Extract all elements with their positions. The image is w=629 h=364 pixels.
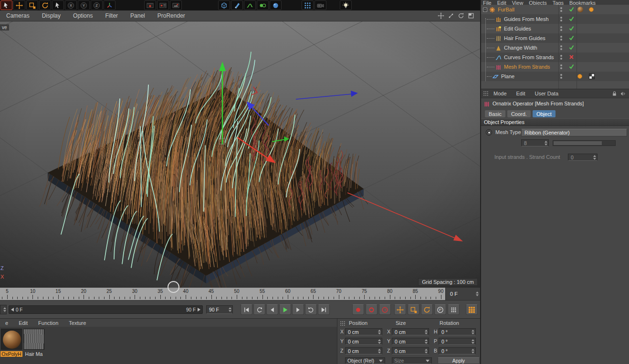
visibility-dots[interactable] <box>560 36 562 38</box>
checker-tag-tag[interactable] <box>589 73 595 79</box>
timeline-ruler[interactable]: 51015202530354045505560657075808590 <box>0 288 445 300</box>
pan-icon[interactable] <box>438 12 444 19</box>
enabled-check-icon[interactable] <box>569 45 574 50</box>
render-to-picture-viewer-button[interactable] <box>157 0 169 10</box>
menu-display[interactable]: Display <box>36 12 67 19</box>
enabled-check-icon[interactable] <box>569 26 574 31</box>
material-thumb-hair[interactable] <box>23 329 44 350</box>
lock-icon[interactable] <box>611 91 618 97</box>
menu-filter[interactable]: Filter <box>99 12 124 19</box>
visibility-dots[interactable] <box>560 55 562 57</box>
strand-count-field[interactable]: 0 <box>568 154 598 161</box>
tree-item-change-width[interactable]: Change Width <box>481 43 629 52</box>
tree-item-edit-guides[interactable]: Edit Guides <box>481 24 629 33</box>
menu-cameras[interactable]: Cameras <box>0 12 36 19</box>
coord-rotation-p-field[interactable]: 0 ° <box>439 338 476 345</box>
material-menu-e[interactable]: e <box>0 320 13 326</box>
tab-object[interactable]: Object <box>533 110 556 117</box>
visibility-dots[interactable] <box>560 7 562 9</box>
material-sphere-tag[interactable] <box>577 7 583 12</box>
width-slider[interactable] <box>553 140 616 146</box>
tree-item-mesh-from-strands[interactable]: Mesh From Strands <box>481 62 629 72</box>
rotate-tool-button[interactable] <box>39 0 51 10</box>
range-end-handle[interactable] <box>198 308 200 312</box>
dolly-icon[interactable] <box>448 12 454 19</box>
add-cube-button[interactable] <box>218 0 230 10</box>
lock-y-axis-button[interactable]: Y <box>78 0 90 10</box>
expand-toggle[interactable]: − <box>483 8 487 12</box>
autokeying-button[interactable] <box>366 304 377 315</box>
play-backwards-button[interactable] <box>253 304 265 315</box>
mesh-type-dropdown[interactable]: Ribbon (Generator) <box>521 129 627 136</box>
om-menu-edit[interactable]: Edit <box>495 0 510 5</box>
coord-rotation-b-field[interactable]: 0 ° <box>439 347 476 354</box>
object-mode-dropdown[interactable]: Object (Rel) <box>345 357 385 364</box>
width-field[interactable]: 8 <box>521 139 549 146</box>
maximize-icon[interactable] <box>468 12 474 19</box>
key-parameter-button[interactable]: P <box>434 304 446 315</box>
add-field-button[interactable] <box>270 0 282 10</box>
am-menu-mode[interactable]: Mode <box>489 91 512 96</box>
key-position-button[interactable] <box>394 304 406 315</box>
end-frame-field[interactable]: 90 F <box>206 305 233 314</box>
menu-prorender[interactable]: ProRender <box>151 12 191 19</box>
apply-button[interactable]: Apply <box>438 357 480 364</box>
visibility-dots[interactable] <box>560 45 562 47</box>
timeline-range-slider[interactable]: 0 F 90 F <box>9 305 203 314</box>
range-start-handle[interactable] <box>11 308 14 312</box>
material-thumb-oxpolyh[interactable] <box>1 329 22 350</box>
next-frame-button[interactable] <box>292 304 304 315</box>
enabled-check-icon[interactable] <box>569 7 574 12</box>
tab-coord[interactable]: Coord. <box>507 110 531 117</box>
viewport-canvas[interactable] <box>0 21 480 288</box>
goto-start-button[interactable] <box>241 304 252 315</box>
add-camera-button[interactable] <box>314 0 326 10</box>
live-selection-button[interactable] <box>0 0 12 10</box>
record-keyframe-button[interactable] <box>352 304 364 315</box>
am-menu-user-data[interactable]: User Data <box>530 91 564 96</box>
om-menu-file[interactable]: File <box>481 0 495 5</box>
previous-frame-button[interactable] <box>266 304 278 315</box>
viewport-3d[interactable]: ve Grid Spacing : 100 cm Z X <box>0 21 480 288</box>
menu-options[interactable]: Options <box>67 12 99 19</box>
current-frame-field[interactable]: 0 F <box>445 288 480 300</box>
menu-panel[interactable]: Panel <box>124 12 151 19</box>
tab-basic[interactable]: Basic <box>485 110 505 117</box>
render-view-button[interactable] <box>144 0 156 10</box>
coord-position-z-field[interactable]: 0 cm <box>345 347 382 354</box>
coord-size-z-field[interactable]: 0 cm <box>392 347 429 354</box>
add-deformer-button[interactable] <box>257 0 269 10</box>
enabled-check-icon[interactable] <box>569 64 574 69</box>
orange-layer-tag[interactable] <box>577 74 582 79</box>
size-mode-dropdown[interactable]: Size <box>392 357 432 364</box>
am-menu-edit[interactable]: Edit <box>512 91 530 96</box>
om-menu-bookmarks[interactable]: Bookmarks <box>567 0 599 5</box>
visibility-dots[interactable] <box>560 64 562 66</box>
key-point-level-button[interactable] <box>448 304 460 315</box>
coord-rotation-h-field[interactable]: 0 ° <box>439 328 476 335</box>
tree-item-plane[interactable]: Plane <box>481 72 629 81</box>
tree-item-hair-from-guides[interactable]: Hair From Guides <box>481 33 629 43</box>
tree-item-curves-from-strands[interactable]: Curves From Strands <box>481 52 629 62</box>
material-label-oxpolyh[interactable]: OxPolyH <box>0 351 22 357</box>
visibility-dots[interactable] <box>560 17 562 19</box>
lock-z-axis-button[interactable]: Z <box>91 0 103 10</box>
coordinate-system-button[interactable] <box>104 0 115 10</box>
add-light-button[interactable] <box>340 0 352 10</box>
tree-item-furball[interactable]: −FurBall <box>481 5 629 14</box>
add-generator-button[interactable] <box>244 0 256 10</box>
om-menu-view[interactable]: View <box>510 0 527 5</box>
last-used-tool-button[interactable] <box>52 0 64 10</box>
enabled-check-icon[interactable] <box>569 35 574 41</box>
mesh-type-radio[interactable] <box>486 129 492 135</box>
coord-size-x-field[interactable]: 0 cm <box>392 328 429 335</box>
material-menu-edit[interactable]: Edit <box>13 320 33 326</box>
keying-help-button[interactable]: ? <box>379 304 391 315</box>
lock-x-axis-button[interactable]: X <box>65 0 77 10</box>
visibility-dots[interactable] <box>560 74 562 76</box>
play-forwards-button[interactable] <box>279 304 291 315</box>
visibility-dots[interactable] <box>560 26 562 28</box>
goto-end-button[interactable] <box>318 304 330 315</box>
om-menu-objects[interactable]: Objects <box>527 0 550 5</box>
disabled-cross-icon[interactable] <box>569 54 574 60</box>
